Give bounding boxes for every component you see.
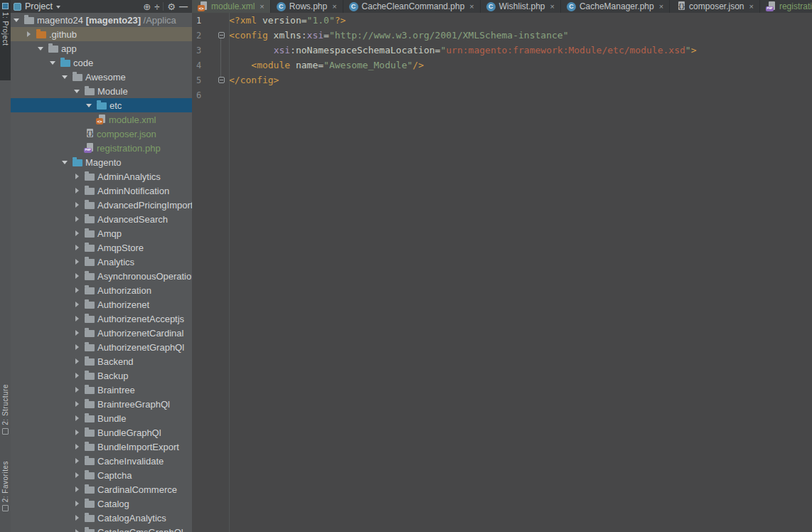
expand-arrow-icon[interactable] — [72, 330, 82, 336]
collapse-arrow-icon[interactable] — [48, 58, 58, 68]
tree-row-.github[interactable]: .github — [11, 27, 192, 41]
tree-row-AuthorizenetCardinal[interactable]: AuthorizenetCardinal — [11, 326, 192, 340]
collapse-arrow-icon[interactable] — [72, 87, 82, 96]
tree-row-Magento[interactable]: Magento — [11, 155, 192, 169]
expand-arrow-icon[interactable] — [72, 316, 82, 321]
tree-row-Bundle[interactable]: Bundle — [11, 411, 192, 425]
tree-row-Awesome[interactable]: Awesome — [11, 70, 192, 84]
tab-module.xml[interactable]: <>module.xml× — [192, 0, 271, 13]
tab-Rows.php[interactable]: CRows.php× — [271, 0, 343, 13]
tab-CacheManager.php[interactable]: CCacheManager.php× — [561, 0, 670, 13]
tool-button-structure[interactable]: 2: Structure — [0, 384, 11, 455]
tree-row-magento24[interactable]: magento24 [magento23] /Applica — [11, 13, 192, 27]
expand-arrow-icon[interactable] — [72, 259, 82, 265]
collapse-arrow-icon[interactable] — [60, 158, 70, 167]
settings-gear-icon[interactable]: ⚙ — [167, 2, 176, 11]
expand-arrow-icon[interactable] — [72, 202, 82, 208]
expand-arrow-icon[interactable] — [72, 501, 82, 506]
tree-row-AdminAnalytics[interactable]: AdminAnalytics — [11, 169, 192, 183]
expand-arrow-icon[interactable] — [72, 472, 82, 478]
chevron-down-icon[interactable] — [56, 6, 60, 11]
tree-row-Module[interactable]: Module — [11, 84, 192, 98]
tool-button-favorites[interactable]: 2: Favorites — [0, 461, 11, 532]
locate-file-icon[interactable]: ⊕ — [143, 2, 151, 11]
tree-row-composer.json[interactable]: {}composer.json — [11, 127, 192, 141]
tree-row-module.xml[interactable]: <>module.xml — [11, 112, 192, 127]
hide-panel-icon[interactable]: — — [179, 2, 188, 11]
expand-arrow-icon[interactable] — [72, 188, 82, 193]
tree-row-Braintree[interactable]: Braintree — [11, 383, 192, 397]
expand-arrow-icon[interactable] — [72, 230, 82, 236]
expand-arrow-icon[interactable] — [72, 344, 82, 350]
expand-arrow-icon[interactable] — [72, 415, 82, 421]
expand-arrow-icon[interactable] — [72, 245, 82, 250]
expand-arrow-icon[interactable] — [72, 458, 82, 464]
tree-row-Backup[interactable]: Backup — [11, 368, 192, 383]
tab-composer.json[interactable]: {}composer.json× — [670, 0, 760, 13]
tree-row-registration.php[interactable]: PHPregistration.php — [11, 141, 192, 155]
tree-row-AsynchronousOperations[interactable]: AsynchronousOperations — [11, 269, 192, 283]
tree-row-AmqpStore[interactable]: AmqpStore — [11, 240, 192, 255]
tree-row-Backend[interactable]: Backend — [11, 354, 192, 368]
fold-marker[interactable] — [218, 77, 225, 83]
code-line[interactable]: 3 xsi:noNamespaceSchemaLocation="urn:mag… — [192, 43, 812, 58]
tree-row-BundleGraphQl[interactable]: BundleGraphQl — [11, 425, 192, 440]
editor[interactable]: 1<?xml version="1.0"?>2<config xmlns:xsi… — [192, 13, 812, 532]
expand-arrow-icon[interactable] — [23, 31, 33, 37]
expand-arrow-icon[interactable] — [72, 216, 82, 222]
tab-close-icon[interactable]: × — [469, 2, 474, 11]
code-line[interactable]: 4 <module name="Awesome_Module"/> — [192, 58, 812, 73]
tree-row-Analytics[interactable]: Analytics — [11, 255, 192, 269]
collapse-arrow-icon[interactable] — [11, 16, 21, 25]
collapse-all-icon[interactable]: ÷ — [154, 2, 159, 11]
code-line[interactable]: 6 — [192, 87, 812, 102]
tree-row-CardinalCommerce[interactable]: CardinalCommerce — [11, 482, 192, 496]
expand-arrow-icon[interactable] — [72, 273, 82, 279]
expand-arrow-icon[interactable] — [72, 287, 82, 293]
expand-arrow-icon[interactable] — [72, 302, 82, 307]
tree-row-Authorization[interactable]: Authorization — [11, 283, 192, 297]
tree-row-CatalogCmsGraphQl[interactable]: CatalogCmsGraphQl — [11, 525, 192, 532]
tab-CacheCleanCommand.php[interactable]: CCacheCleanCommand.php× — [343, 0, 481, 13]
expand-arrow-icon[interactable] — [72, 358, 82, 364]
tree-row-app[interactable]: app — [11, 41, 192, 55]
tree-row-Authorizenet[interactable]: Authorizenet — [11, 297, 192, 312]
tree-row-AuthorizenetGraphQl[interactable]: AuthorizenetGraphQl — [11, 340, 192, 354]
tab-close-icon[interactable]: × — [749, 2, 753, 11]
tab-close-icon[interactable]: × — [260, 2, 264, 11]
expand-arrow-icon[interactable] — [72, 486, 82, 492]
code-line[interactable]: 2<config xmlns:xsi="http://www.w3.org/20… — [192, 28, 812, 43]
expand-arrow-icon[interactable] — [72, 174, 82, 179]
tree-row-AdminNotification[interactable]: AdminNotification — [11, 183, 192, 198]
tree-row-code[interactable]: code — [11, 55, 192, 70]
tab-close-icon[interactable]: × — [332, 2, 336, 11]
expand-arrow-icon[interactable] — [72, 515, 82, 521]
tree-row-CatalogAnalytics[interactable]: CatalogAnalytics — [11, 511, 192, 525]
tree-row-AuthorizenetAcceptjs[interactable]: AuthorizenetAcceptjs — [11, 312, 192, 326]
tab-registration.php[interactable]: PHPregistration.php× — [760, 0, 812, 13]
tab-close-icon[interactable]: × — [659, 2, 663, 11]
tree-row-BraintreeGraphQl[interactable]: BraintreeGraphQl — [11, 397, 192, 411]
collapse-arrow-icon[interactable] — [84, 101, 94, 110]
tree-row-BundleImportExport[interactable]: BundleImportExport — [11, 440, 192, 454]
tree-row-AdvancedSearch[interactable]: AdvancedSearch — [11, 212, 192, 226]
tool-button-project[interactable]: 1: Project — [0, 0, 11, 80]
expand-arrow-icon[interactable] — [72, 373, 82, 378]
tree-row-AdvancedPricingImportExport[interactable]: AdvancedPricingImportExport — [11, 198, 192, 212]
tree-row-etc[interactable]: etc — [11, 98, 192, 112]
code-line[interactable]: 1<?xml version="1.0"?> — [192, 13, 812, 28]
tab-close-icon[interactable]: × — [550, 2, 554, 11]
panel-title[interactable]: Project — [25, 1, 53, 11]
collapse-arrow-icon[interactable] — [36, 44, 46, 53]
expand-arrow-icon[interactable] — [72, 430, 82, 435]
tree-row-Captcha[interactable]: Captcha — [11, 468, 192, 482]
fold-marker[interactable] — [218, 32, 225, 38]
tree-row-Amqp[interactable]: Amqp — [11, 226, 192, 240]
tree-row-Catalog[interactable]: Catalog — [11, 496, 192, 511]
expand-arrow-icon[interactable] — [72, 444, 82, 449]
tree-row-CacheInvalidate[interactable]: CacheInvalidate — [11, 454, 192, 468]
expand-arrow-icon[interactable] — [72, 529, 82, 532]
expand-arrow-icon[interactable] — [72, 401, 82, 407]
tab-Wishlist.php[interactable]: CWishlist.php× — [481, 0, 561, 13]
code-line[interactable]: 5</config> — [192, 73, 812, 87]
